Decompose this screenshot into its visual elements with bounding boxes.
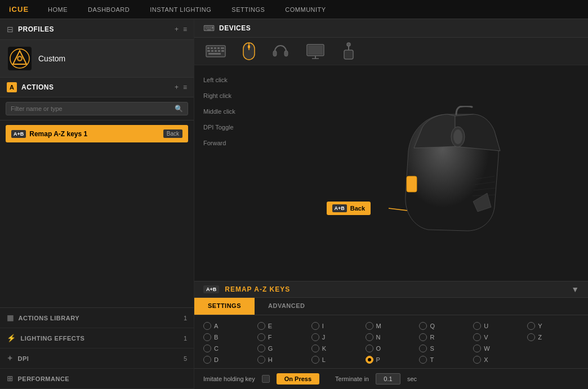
key-item[interactable]: W — [473, 345, 525, 352]
key-item[interactable]: M — [366, 322, 417, 330]
key-radio-a[interactable] — [203, 322, 211, 330]
imitate-checkbox[interactable] — [262, 375, 270, 383]
key-item[interactable]: N — [366, 333, 417, 341]
nav-settings[interactable]: SETTINGS — [221, 0, 275, 19]
key-radio-j[interactable] — [311, 333, 319, 341]
key-item[interactable] — [527, 345, 579, 352]
key-radio-e[interactable] — [257, 322, 265, 330]
section-performance-label: PERFORMANCE — [18, 375, 70, 382]
section-actions-library[interactable]: ▦ ACTIONS LIBRARY 1 — [0, 308, 194, 328]
key-item[interactable]: F — [257, 333, 309, 341]
actions-add-button[interactable]: + — [175, 83, 179, 91]
profiles-add-button[interactable]: + — [175, 25, 179, 33]
key-item[interactable]: I — [311, 322, 363, 330]
key-item[interactable]: O — [366, 345, 417, 352]
key-radio-k[interactable] — [311, 345, 319, 352]
key-item[interactable]: P — [366, 356, 417, 364]
key-radio-n[interactable] — [366, 333, 373, 341]
key-radio-c[interactable] — [203, 345, 211, 352]
key-radio-q[interactable] — [419, 322, 427, 330]
devices-icon: ⌨ — [203, 24, 215, 33]
profile-logo — [8, 47, 32, 70]
nav-instant-lighting[interactable]: INSTANT LIGHTING — [140, 0, 221, 19]
device-keyboard[interactable] — [206, 45, 226, 57]
key-item[interactable]: L — [311, 356, 363, 364]
key-item[interactable]: C — [203, 345, 255, 352]
action-item[interactable]: A+B Remap A-Z keys 1 Back — [6, 125, 188, 142]
key-item[interactable]: X — [473, 356, 525, 364]
key-item[interactable]: Z — [527, 333, 579, 341]
key-radio-d[interactable] — [203, 356, 211, 364]
button-dpi-toggle[interactable]: DPI Toggle — [194, 119, 268, 135]
remap-title: REMAP A-Z KEYS — [225, 285, 565, 293]
key-item[interactable]: J — [311, 333, 363, 341]
key-item[interactable]: S — [419, 345, 471, 352]
key-radio-p[interactable] — [366, 356, 373, 364]
device-mouse[interactable] — [243, 42, 255, 60]
key-radio-s[interactable] — [419, 345, 427, 352]
key-radio-r[interactable] — [419, 333, 427, 341]
key-label-e: E — [268, 323, 272, 329]
button-middle-click[interactable]: Middle click — [194, 104, 268, 119]
key-radio-t[interactable] — [419, 356, 427, 364]
key-item[interactable]: T — [419, 356, 471, 364]
key-radio-w[interactable] — [473, 345, 481, 352]
key-item[interactable]: R — [419, 333, 471, 341]
key-radio-o[interactable] — [366, 345, 373, 352]
device-joystick[interactable] — [342, 42, 355, 60]
nav-home[interactable]: HOME — [38, 0, 78, 19]
on-press-button[interactable]: On Press — [277, 373, 319, 384]
device-headset[interactable] — [272, 43, 289, 59]
mouse-svg — [394, 106, 524, 241]
key-radio-h[interactable] — [257, 356, 265, 364]
search-input[interactable] — [11, 105, 175, 112]
section-dpi-count: 5 — [184, 355, 187, 362]
terminate-input[interactable] — [376, 373, 400, 384]
button-forward[interactable]: Forward — [194, 135, 268, 151]
key-radio-g[interactable] — [257, 345, 265, 352]
key-item[interactable]: H — [257, 356, 309, 364]
key-label-k: K — [322, 345, 326, 352]
key-radio-l[interactable] — [311, 356, 319, 364]
key-radio-u[interactable] — [473, 322, 481, 330]
key-radio-m[interactable] — [366, 322, 373, 330]
key-item[interactable]: K — [311, 345, 363, 352]
key-item[interactable]: D — [203, 356, 255, 364]
key-radio-f[interactable] — [257, 333, 265, 341]
section-lighting-effects[interactable]: ⚡ LIGHTING EFFECTS 1 — [0, 328, 194, 348]
tab-settings[interactable]: SETTINGS — [194, 298, 255, 315]
key-radio-v[interactable] — [473, 333, 481, 341]
nav-community[interactable]: COMMUNITY — [275, 0, 336, 19]
svg-rect-6 — [211, 47, 213, 49]
svg-rect-18 — [273, 51, 277, 56]
key-item[interactable]: Y — [527, 322, 579, 330]
svg-rect-24 — [344, 50, 353, 59]
profiles-menu-button[interactable]: ≡ — [183, 25, 187, 33]
key-item[interactable]: V — [473, 333, 525, 341]
section-dpi[interactable]: ✦ DPI 5 — [0, 348, 194, 369]
assigned-ab-badge: A+B — [332, 204, 347, 212]
key-item[interactable]: G — [257, 345, 309, 352]
button-left-click[interactable]: Left click — [194, 72, 268, 88]
actions-menu-button[interactable]: ≡ — [183, 83, 187, 91]
key-item[interactable]: B — [203, 333, 255, 341]
key-item[interactable]: U — [473, 322, 525, 330]
key-item[interactable]: A — [203, 322, 255, 330]
profiles-header-left: ⊟ PROFILES — [7, 25, 54, 34]
key-radio-y[interactable] — [527, 322, 535, 330]
profile-item[interactable]: Custom — [0, 40, 194, 78]
key-radio-x[interactable] — [473, 356, 481, 364]
tab-advanced[interactable]: ADVANCED — [255, 298, 319, 315]
key-item[interactable]: E — [257, 322, 309, 330]
section-performance[interactable]: ⊞ PERFORMANCE — [0, 369, 194, 389]
key-item[interactable]: Q — [419, 322, 471, 330]
key-radio-z[interactable] — [527, 333, 535, 341]
nav-dashboard[interactable]: DASHBOARD — [78, 0, 140, 19]
remap-dropdown-button[interactable]: ▼ — [571, 285, 579, 294]
button-right-click[interactable]: Right click — [194, 88, 268, 104]
device-monitor[interactable] — [306, 43, 325, 59]
key-radio-i[interactable] — [311, 322, 319, 330]
key-item[interactable] — [527, 356, 579, 364]
key-radio-b[interactable] — [203, 333, 211, 341]
svg-rect-5 — [207, 47, 210, 49]
